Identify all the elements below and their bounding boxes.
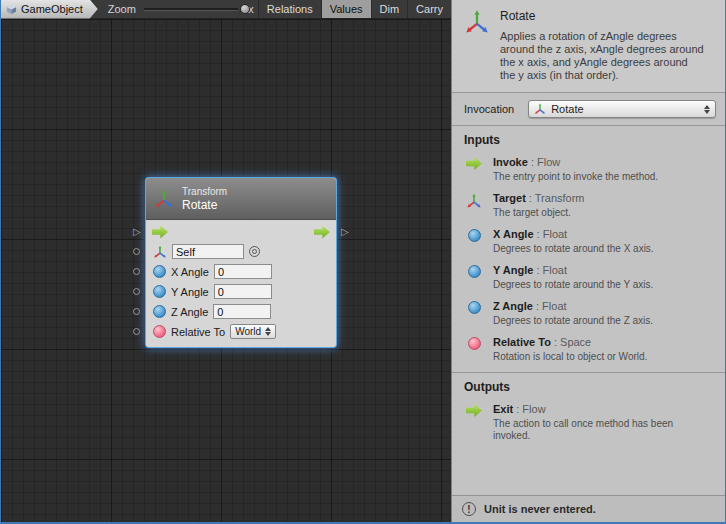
transform-icon xyxy=(154,189,174,209)
inspector-title: Rotate xyxy=(500,9,706,23)
invoke-flow-icon[interactable] xyxy=(152,226,168,239)
invocation-label: Invocation xyxy=(464,103,514,115)
flow-row xyxy=(152,224,330,240)
graph-canvas[interactable]: Transform Rotate xyxy=(1,19,451,522)
warning-text: Unit is never entered. xyxy=(484,503,596,515)
float-port-icon[interactable] xyxy=(153,305,166,318)
inspector-header: Rotate Applies a rotation of zAngle degr… xyxy=(452,0,725,92)
relative-to-label: Relative To xyxy=(171,326,225,338)
object-picker-icon[interactable] xyxy=(249,246,260,257)
breadcrumb-gameobject[interactable]: GameObject xyxy=(1,0,98,19)
toolbar-toggle-group: Relations Values Dim Carry xyxy=(258,0,451,18)
y-angle-field[interactable] xyxy=(214,284,272,299)
z-angle-label: Z Angle xyxy=(171,306,208,318)
y-angle-label: Y Angle xyxy=(171,286,209,298)
entry-text: Z Angle : Float Degrees to rotate around… xyxy=(493,300,653,327)
entry-text: Y Angle : Float Degrees to rotate around… xyxy=(493,264,653,291)
inputs-header: Inputs xyxy=(452,126,725,152)
outputs-section: Outputs Exit : Flow The action to call o… xyxy=(452,372,725,447)
relative-to-dropdown[interactable]: World xyxy=(230,324,276,339)
rotate-node-body: X Angle Y Angle Z Angle xyxy=(146,220,336,347)
invocation-dropdown[interactable]: Rotate xyxy=(528,100,716,118)
graph-pane: GameObject Zoom 1x Relations Values Dim … xyxy=(1,0,451,522)
values-button[interactable]: Values xyxy=(321,0,371,18)
inspector-panel: Rotate Applies a rotation of zAngle degr… xyxy=(451,0,725,522)
float-port-icon[interactable] xyxy=(153,265,166,278)
inspector-header-text: Rotate Applies a rotation of zAngle degr… xyxy=(500,9,706,82)
float-icon xyxy=(466,300,482,314)
x-angle-row: X Angle xyxy=(153,263,329,280)
entry-text: Target : Transform The target object. xyxy=(493,192,585,219)
inspector-description: Applies a rotation of zAngle degrees aro… xyxy=(500,30,706,82)
flow-input-port[interactable] xyxy=(133,225,141,237)
x-angle-label: X Angle xyxy=(171,266,209,278)
entry-text: Relative To : Space Rotation is local to… xyxy=(493,336,647,363)
input-entry-z-angle: Z Angle : Float Degrees to rotate around… xyxy=(452,296,725,332)
input-entry-invoke: Invoke : Flow The entry point to invoke … xyxy=(452,152,725,188)
transform-icon xyxy=(534,103,546,115)
rotate-node[interactable]: Transform Rotate xyxy=(146,178,336,347)
z-angle-input-port[interactable] xyxy=(133,308,140,315)
entry-text: X Angle : Float Degrees to rotate around… xyxy=(493,228,654,255)
entry-text: Invoke : Flow The entry point to invoke … xyxy=(493,156,658,183)
breadcrumb-label: GameObject xyxy=(21,3,83,15)
node-title: Transform xyxy=(182,186,227,198)
rotate-node-wrap: Transform Rotate xyxy=(129,178,355,347)
exit-flow-icon[interactable] xyxy=(314,226,330,239)
node-subtitle: Rotate xyxy=(182,198,227,212)
input-entry-relative-to: Relative To : Space Rotation is local to… xyxy=(452,332,725,368)
y-angle-input-port[interactable] xyxy=(133,288,140,295)
space-icon xyxy=(466,336,482,350)
rotate-node-header[interactable]: Transform Rotate xyxy=(146,178,336,220)
self-target-field[interactable] xyxy=(172,244,244,259)
warning-bar: Unit is never entered. xyxy=(452,495,725,522)
float-icon xyxy=(466,264,482,278)
self-input-port[interactable] xyxy=(133,248,140,255)
invocation-row: Invocation Rotate xyxy=(452,92,725,126)
flow-output-port[interactable] xyxy=(341,225,349,237)
input-entry-y-angle: Y Angle : Float Degrees to rotate around… xyxy=(452,260,725,296)
invocation-value: Rotate xyxy=(551,103,583,115)
gameobject-cube-icon xyxy=(6,4,17,15)
warning-icon xyxy=(462,502,476,516)
float-port-icon[interactable] xyxy=(153,285,166,298)
dropdown-arrows-icon xyxy=(704,105,710,114)
transform-icon xyxy=(464,9,490,35)
zoom-slider[interactable] xyxy=(144,3,238,15)
output-entry-exit: Exit : Flow The action to call once meth… xyxy=(452,399,725,447)
flow-icon xyxy=(466,156,482,170)
relative-to-value: World xyxy=(235,326,261,337)
z-angle-field[interactable] xyxy=(213,304,271,319)
x-angle-input-port[interactable] xyxy=(133,268,140,275)
bolt-editor-window: GameObject Zoom 1x Relations Values Dim … xyxy=(0,0,726,524)
input-entry-target: Target : Transform The target object. xyxy=(452,188,725,224)
node-titles: Transform Rotate xyxy=(182,186,227,212)
entry-text: Exit : Flow The action to call once meth… xyxy=(493,403,703,442)
zoom-label: Zoom xyxy=(108,3,136,15)
relative-to-input-port[interactable] xyxy=(133,328,140,335)
carry-button[interactable]: Carry xyxy=(407,0,451,18)
self-row xyxy=(153,243,329,260)
outputs-header: Outputs xyxy=(452,373,725,399)
flow-icon xyxy=(466,403,482,417)
zoom-slider-track xyxy=(144,8,238,10)
zoom-slider-knob[interactable] xyxy=(240,4,250,14)
graph-toolbar: GameObject Zoom 1x Relations Values Dim … xyxy=(1,0,451,19)
x-angle-field[interactable] xyxy=(214,264,272,279)
relative-to-row: Relative To World xyxy=(153,323,329,340)
input-entry-x-angle: X Angle : Float Degrees to rotate around… xyxy=(452,224,725,260)
transform-icon xyxy=(466,192,482,209)
inspector-spacer xyxy=(452,447,725,495)
space-port-icon[interactable] xyxy=(153,325,166,338)
relations-button[interactable]: Relations xyxy=(258,0,321,18)
float-icon xyxy=(466,228,482,242)
y-angle-row: Y Angle xyxy=(153,283,329,300)
dropdown-arrows-icon xyxy=(265,327,271,336)
transform-icon xyxy=(153,245,167,259)
dim-button[interactable]: Dim xyxy=(371,0,408,18)
z-angle-row: Z Angle xyxy=(153,303,329,320)
